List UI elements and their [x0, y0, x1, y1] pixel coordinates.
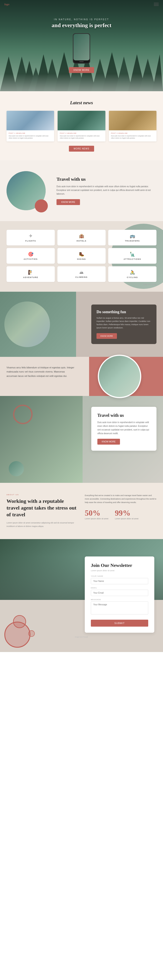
hamburger-menu[interactable]	[154, 3, 159, 6]
latest-news-section: Latest news POST 1 HEADLINE Duis aute ir…	[0, 91, 163, 160]
attractions-icon: 🗽	[111, 251, 154, 257]
travel2-title: Travel with us	[97, 413, 150, 418]
flights-icon: ✈	[9, 233, 52, 239]
fun-title: Do something fun	[96, 310, 151, 314]
hotels-icon: 🏨	[60, 233, 103, 239]
news-card-3[interactable]: POST 3 HEADLINE Duis aute irure dolor in…	[109, 111, 157, 142]
stat-label-1: Lorem ipsum dolor sit amet	[85, 518, 109, 520]
email-label: EMAIL	[91, 587, 148, 589]
service-activities[interactable]: 🎯 ACTIVITIES	[6, 248, 55, 264]
travel2-small-circle	[9, 461, 24, 476]
name-input[interactable]	[91, 578, 148, 584]
service-transfers[interactable]: 🚌 TRANSFERS	[108, 230, 157, 245]
climbing-icon: ⛰	[60, 270, 103, 275]
news-desc-1: Duis aute irure dolor in reprehenderit i…	[9, 135, 52, 139]
travel-circle-wrap	[6, 171, 50, 210]
about-right-body: Everything that we've created is to make…	[85, 494, 157, 504]
travel-body: Duis aute irure dolor in reprehenderit i…	[56, 185, 157, 196]
fun-cta-button[interactable]: KNOW MORE	[96, 333, 117, 339]
cycling-icon: 🚴	[111, 270, 154, 275]
travel2-ring	[13, 405, 33, 424]
about-title: Working with a reputable travel agent ta…	[6, 498, 78, 518]
stats-row: 50% Lorem ipsum dolor sit amet 99% Lorem…	[85, 509, 157, 520]
hero-section: IN NATURE, NOTHING IS PERFECT and everyt…	[0, 0, 163, 91]
about-left-body: Lorem ipsum dolor sit amet consectetur a…	[6, 521, 78, 528]
transfers-label: TRANSFERS	[111, 240, 154, 242]
latest-news-title: Latest news	[6, 100, 157, 105]
hiking-label: HIKING	[60, 258, 103, 260]
overlap-circle	[98, 355, 141, 398]
message-label: MESSAGE	[91, 598, 148, 601]
service-attractions[interactable]: 🗽 ATTRACTIONS	[108, 248, 157, 264]
services-section: ✈ FLIGHTS 🏨 HOTELS 🚌 TRANSFERS 🎯 ACTIVIT…	[0, 221, 163, 292]
name-label: YOUR NAME	[91, 575, 148, 577]
navigation: logo	[0, 0, 163, 9]
stat-2: 99% Lorem ipsum dolor sit amet	[115, 509, 139, 520]
hero-subtitle: IN NATURE, NOTHING IS PERFECT	[51, 18, 111, 21]
travel-cta-button[interactable]: KNOW MORE	[56, 199, 80, 205]
hotels-label: HOTELS	[60, 240, 103, 242]
travel-with-us-section: Travel with us Duis aute irure dolor in …	[0, 160, 163, 221]
news-tag-1: POST 1 HEADLINE	[9, 132, 52, 134]
email-input[interactable]	[91, 590, 148, 596]
hero-cta-button[interactable]: KNOW MORE	[69, 67, 94, 73]
stat-number-2: 99%	[115, 509, 139, 518]
left-body-text: Vivamus arcu felis bibendum ut tristique…	[6, 366, 76, 379]
service-flights[interactable]: ✈ FLIGHTS	[6, 230, 55, 245]
fun-circle-image	[4, 301, 50, 347]
nl-circle-small	[13, 615, 26, 628]
more-news-button[interactable]: MORE NEWS	[69, 146, 94, 152]
accent-circle	[35, 199, 48, 212]
activities-icon: 🎯	[9, 251, 52, 257]
image-credit: Image from Freepik	[6, 284, 157, 285]
hero-title: and everything is perfect	[51, 22, 111, 29]
climbing-label: CLIMBING	[60, 276, 103, 278]
adventure-label: ADVENTURE	[9, 276, 52, 278]
about-right: Everything that we've created is to make…	[85, 494, 157, 528]
logo[interactable]: logo	[4, 3, 10, 6]
flights-label: FLIGHTS	[9, 240, 52, 242]
cycling-label: CYCLING	[111, 276, 154, 278]
newsletter-section: Join Our Newsletter Lorem ipsum dolor si…	[0, 539, 163, 652]
travel-content: Travel with us Duis aute irure dolor in …	[56, 177, 157, 205]
travel2-body: Duis aute irure dolor in reprehenderit i…	[97, 420, 150, 435]
adventure-icon: 🧗	[9, 270, 52, 275]
hiking-icon: 🥾	[60, 251, 103, 257]
submit-button[interactable]: SUBMIT	[91, 620, 148, 627]
news-tag-3: POST 3 HEADLINE	[111, 132, 154, 134]
form-message-group: MESSAGE	[91, 598, 148, 615]
stat-number-1: 50%	[85, 509, 109, 518]
left-text-section: Vivamus arcu felis bibendum ut tristique…	[0, 357, 163, 396]
service-hiking[interactable]: 🥾 HIKING	[58, 248, 105, 264]
news-card-2[interactable]: POST 2 HEADLINE Duis aute irure dolor in…	[58, 111, 105, 142]
transfers-icon: 🚌	[111, 233, 154, 239]
newsletter-img-credit: Image from Freepik	[0, 633, 163, 640]
about-section: ABOUT US Working with a reputable travel…	[0, 483, 163, 539]
travel2-cta-button[interactable]: KNOW MORE	[97, 439, 120, 445]
service-hotels[interactable]: 🏨 HOTELS	[58, 230, 105, 245]
travel-with-us-2-section: Travel with us Duis aute irure dolor in …	[0, 396, 163, 483]
about-left: ABOUT US Working with a reputable travel…	[6, 494, 78, 528]
stat-label-2: Lorem ipsum dolor sit amet	[115, 518, 139, 520]
phone-mockup	[73, 33, 90, 64]
attractions-label: ATTRACTIONS	[111, 258, 154, 260]
service-climbing[interactable]: ⛰ CLIMBING	[58, 266, 105, 282]
fun-content-card: Do something fun Nullam eu augue ut lect…	[91, 304, 157, 344]
service-cycling[interactable]: 🚴 CYCLING	[108, 266, 157, 282]
form-name-group: YOUR NAME	[91, 575, 148, 584]
news-desc-2: Duis aute irure dolor in reprehenderit i…	[60, 135, 103, 139]
activities-label: ACTIVITIES	[9, 258, 52, 260]
message-input[interactable]	[91, 601, 148, 614]
stat-1: 50% Lorem ipsum dolor sit amet	[85, 509, 109, 520]
service-adventure[interactable]: 🧗 ADVENTURE	[6, 266, 55, 282]
newsletter-subtitle: Lorem ipsum dolor sit amet	[91, 570, 148, 572]
news-desc-3: Duis aute irure dolor in reprehenderit i…	[111, 135, 154, 139]
travel-title: Travel with us	[56, 177, 157, 182]
news-tag-2: POST 2 HEADLINE	[60, 132, 103, 134]
news-card-1[interactable]: POST 1 HEADLINE Duis aute irure dolor in…	[6, 111, 54, 142]
services-grid: ✈ FLIGHTS 🏨 HOTELS 🚌 TRANSFERS 🎯 ACTIVIT…	[6, 230, 157, 282]
fun-body: Nullam eu augue ut lectus arcu. Sit amet…	[96, 317, 151, 330]
svg-rect-16	[0, 74, 163, 91]
do-fun-section: Do something fun Nullam eu augue ut lect…	[0, 292, 163, 357]
form-email-group: EMAIL	[91, 587, 148, 596]
